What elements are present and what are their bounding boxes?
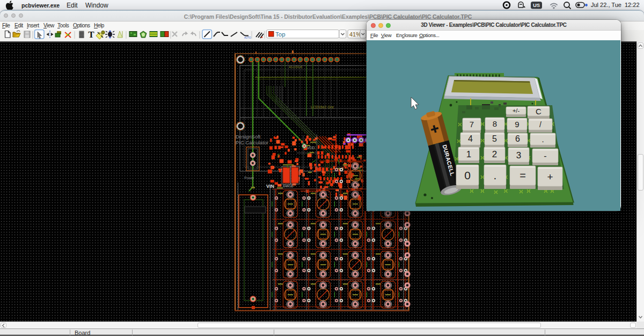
svg-text:VDD: VDD bbox=[307, 146, 315, 150]
svg-text:DesignSoft: DesignSoft bbox=[236, 134, 261, 140]
svg-text:.: . bbox=[541, 135, 544, 144]
svg-text:8: 8 bbox=[493, 119, 497, 128]
svg-text:=: = bbox=[519, 170, 526, 181]
svg-text:/: / bbox=[539, 120, 541, 129]
svg-text:+/-: +/- bbox=[513, 107, 519, 114]
svg-text:4/LCD1/6: 4/LCD1/6 bbox=[289, 65, 303, 69]
svg-text:AUTO: AUTO bbox=[244, 36, 251, 39]
svg-text:.: . bbox=[494, 169, 497, 181]
svg-text:7: 7 bbox=[470, 120, 474, 129]
svg-text:4: 4 bbox=[468, 134, 473, 143]
svg-text:SW16: SW16 bbox=[283, 184, 293, 188]
svg-text:-: - bbox=[544, 151, 546, 160]
svg-text:2: 2 bbox=[492, 149, 497, 159]
svg-text:3: 3 bbox=[516, 150, 521, 160]
svg-text:+: + bbox=[547, 171, 553, 182]
svg-text:LCD16x2 Gre: LCD16x2 Gre bbox=[311, 105, 334, 109]
svg-text:T: T bbox=[88, 30, 94, 40]
svg-text:PIC Calculator: PIC Calculator bbox=[236, 140, 268, 145]
svg-text:US: US bbox=[533, 2, 540, 8]
svg-text:Top: Top bbox=[275, 31, 286, 38]
svg-text:VIN: VIN bbox=[266, 184, 274, 189]
svg-text:Power: Power bbox=[244, 176, 254, 180]
svg-text:5: 5 bbox=[492, 134, 497, 143]
svg-text:6: 6 bbox=[515, 134, 520, 143]
svg-text:0: 0 bbox=[464, 169, 471, 181]
svg-text:1: 1 bbox=[466, 149, 471, 159]
svg-text:9: 9 bbox=[515, 120, 519, 129]
svg-text:C: C bbox=[536, 107, 541, 116]
svg-text:41%: 41% bbox=[349, 31, 361, 38]
